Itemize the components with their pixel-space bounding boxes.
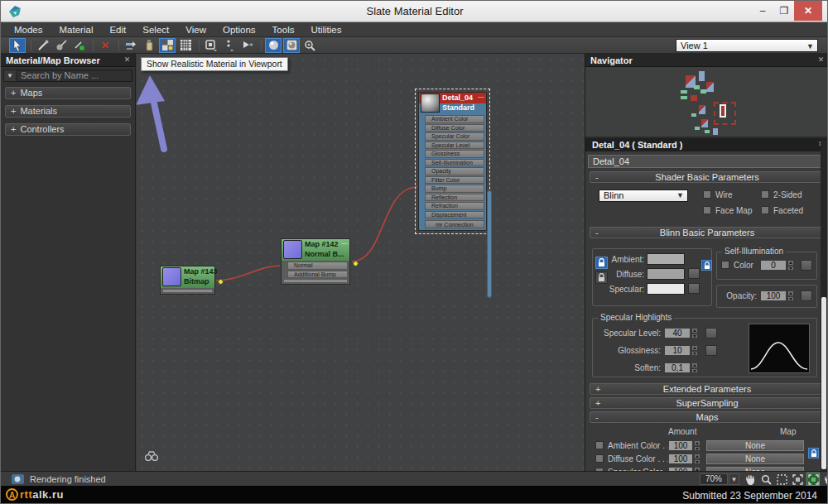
self-illumination-spinner[interactable] — [787, 260, 794, 271]
menu-select[interactable]: Select — [134, 22, 177, 36]
slot-reflection[interactable]: Reflection — [425, 194, 484, 202]
material-preview-thumbnail[interactable] — [421, 94, 440, 113]
params-scrollbar[interactable] — [821, 140, 827, 471]
map142-header[interactable]: Map #142 Normal B... — — [282, 239, 349, 261]
diffuse-color-amount[interactable]: 100 — [668, 454, 693, 464]
soften-value[interactable]: 0,1 — [664, 362, 691, 373]
specular-level-spinner[interactable] — [691, 328, 698, 338]
navigator-minimap[interactable] — [585, 67, 828, 138]
glossiness-spinner[interactable] — [691, 345, 698, 356]
specular-color-swatch[interactable] — [647, 283, 685, 295]
slot-opacity[interactable]: Opacity — [425, 167, 484, 175]
menu-view[interactable]: View — [177, 22, 214, 36]
glossiness-map-button[interactable] — [705, 345, 717, 356]
hide-unused-nodeslots-icon[interactable] — [141, 38, 157, 53]
minimize-button[interactable]: – — [753, 1, 773, 21]
face-map-checkbox[interactable] — [703, 206, 711, 214]
slot-refraction[interactable]: Refraction — [425, 202, 484, 210]
layout-children-icon[interactable] — [221, 38, 238, 53]
put-material-to-scene-icon[interactable] — [53, 38, 70, 53]
ambient-color-amount-spinner[interactable] — [694, 440, 700, 451]
opacity-value[interactable]: 100 — [760, 290, 787, 301]
mr-connection-footer[interactable]: mr Connection — [425, 220, 484, 228]
menu-utilities[interactable]: Utilities — [302, 22, 349, 36]
slot-displacement[interactable]: Displacement — [425, 211, 484, 219]
collapse-node-icon[interactable]: — — [341, 239, 348, 247]
material-name-input[interactable]: Detal_04 — [588, 155, 826, 168]
ambient-color-map-checkbox[interactable] — [595, 441, 604, 449]
output-connector-icon[interactable] — [218, 279, 224, 285]
delete-selected-icon[interactable]: ✕ — [97, 38, 113, 53]
slot-normal[interactable]: Normal — [287, 262, 348, 270]
show-background-icon[interactable] — [159, 38, 176, 53]
pick-material-from-object-icon[interactable] — [35, 38, 51, 53]
slot-bump[interactable]: Bump — [425, 185, 484, 193]
node-view-canvas[interactable]: Show Realistic Material in Viewport Deta… — [137, 54, 585, 471]
map-node-143[interactable]: Map #143 Bitmap — [160, 266, 215, 295]
lock-diffuse-specular-button[interactable] — [595, 271, 608, 284]
pan-to-selected-icon[interactable] — [822, 473, 828, 486]
show-grid-icon[interactable] — [177, 38, 194, 53]
menu-edit[interactable]: Edit — [101, 22, 134, 36]
slot-specular-level[interactable]: Specular Level — [425, 142, 484, 150]
move-children-icon[interactable] — [123, 38, 139, 53]
close-panel-icon[interactable]: ✕ — [123, 55, 132, 65]
specular-level-value[interactable]: 40 — [664, 328, 691, 338]
zoom-dropdown-icon[interactable]: ▼ — [729, 473, 739, 485]
slot-specular-color[interactable]: Specular Color — [425, 132, 484, 141]
soften-spinner[interactable] — [691, 362, 698, 373]
zoom-level-value[interactable]: 70% — [700, 473, 728, 485]
view-selector[interactable]: View 1 ▼ — [676, 39, 818, 52]
browser-section-materials[interactable]: +Materials — [5, 105, 131, 118]
two-sided-checkbox[interactable] — [761, 190, 769, 199]
lock-maps-button[interactable] — [701, 260, 712, 271]
menu-modes[interactable]: Modes — [6, 22, 51, 36]
rollout-shader-basic-parameters[interactable]: - Shader Basic Parameters — [590, 171, 825, 183]
arrange-children-icon[interactable] — [239, 38, 256, 53]
zoom-tool-icon[interactable] — [759, 473, 773, 486]
layout-all-icon[interactable] — [203, 38, 219, 53]
diffuse-color-swatch[interactable] — [647, 268, 685, 280]
opacity-map-button[interactable] — [801, 290, 812, 301]
navigator-header[interactable]: Navigator ✕ — [585, 54, 828, 67]
show-shaded-material-in-viewport-icon[interactable] — [265, 38, 282, 53]
wire-checkbox[interactable] — [703, 190, 711, 199]
browser-section-maps[interactable]: +Maps — [5, 87, 131, 99]
map-node-142[interactable]: Map #142 Normal B... — Normal Additional… — [281, 238, 350, 285]
rollout-blinn-basic-parameters[interactable]: - Blinn Basic Parameters — [590, 227, 825, 238]
diffuse-color-amount-spinner[interactable] — [694, 454, 700, 464]
shader-type-dropdown[interactable]: Blinn ▼ — [599, 190, 688, 202]
diffuse-map-button[interactable] — [688, 268, 700, 279]
collapse-node-icon[interactable]: — — [478, 93, 484, 100]
pan-tool-icon[interactable] — [744, 473, 757, 486]
slot-glossiness[interactable]: Glossiness — [425, 150, 484, 158]
rollout-extended-parameters[interactable]: + Extended Parameters — [590, 383, 825, 395]
faceted-checkbox[interactable] — [761, 206, 769, 214]
diffuse-color-map-slot-button[interactable]: None — [706, 454, 804, 464]
close-panel-icon[interactable]: ✕ — [816, 55, 826, 65]
slot-additional-bump[interactable]: Additional Bump — [287, 271, 348, 279]
parameter-panel-header[interactable]: Detal_04 ( Standard ) ✕ — [585, 138, 828, 151]
menu-material[interactable]: Material — [51, 22, 102, 36]
zoom-extents-icon[interactable] — [791, 473, 804, 486]
menu-tools[interactable]: Tools — [264, 22, 303, 36]
lock-ambient-diffuse-button[interactable] — [595, 257, 608, 269]
map142-thumbnail[interactable] — [283, 240, 302, 259]
diffuse-color-map-checkbox[interactable] — [595, 454, 604, 463]
slot-diffuse-color[interactable]: Diffuse Color — [425, 124, 484, 132]
maximize-button[interactable]: ❐ — [774, 1, 794, 21]
specular-level-map-button[interactable] — [705, 328, 717, 338]
material-node-header[interactable]: Detal_04 Standard — — [419, 93, 486, 114]
close-button[interactable]: ✕ — [794, 1, 822, 21]
self-illumination-map-button[interactable] — [801, 260, 812, 271]
slot-filter-color[interactable]: Filter Color — [425, 176, 484, 185]
select-tool-icon[interactable] — [9, 38, 26, 53]
params-scrollbar-thumb[interactable] — [821, 297, 826, 469]
assign-material-to-selection-icon[interactable] — [71, 38, 88, 53]
material-node-detal04[interactable]: Detal_04 Standard — Ambient Color Diffus… — [418, 92, 487, 231]
self-illumination-value[interactable]: 0 — [760, 260, 787, 271]
menu-options[interactable]: Options — [214, 22, 264, 36]
show-realistic-material-in-viewport-icon[interactable] — [283, 38, 300, 53]
slot-ambient-color[interactable]: Ambient Color — [425, 115, 484, 123]
self-illumination-checkbox[interactable] — [721, 261, 729, 269]
